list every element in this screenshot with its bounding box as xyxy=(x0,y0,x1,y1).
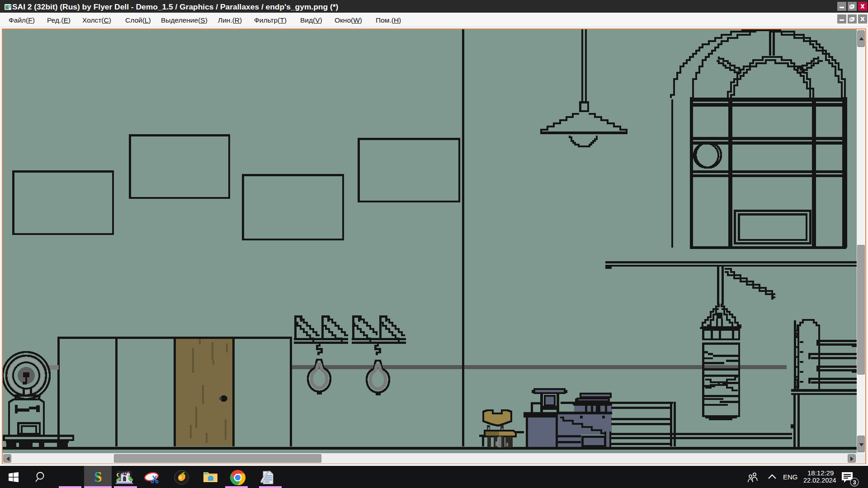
svg-text:3: 3 xyxy=(853,479,856,486)
svg-text:S: S xyxy=(94,469,102,485)
